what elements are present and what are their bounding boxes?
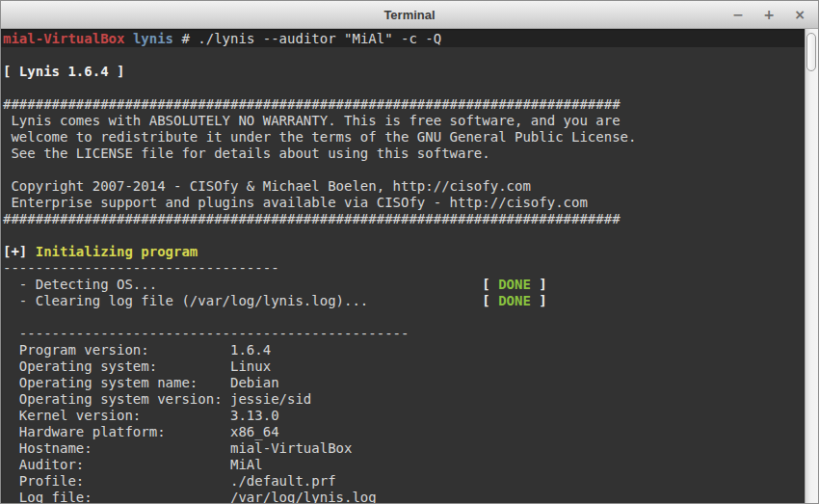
terminal-line — [3, 80, 805, 96]
text-segment: Log file: /var/log/lynis.log — [3, 490, 377, 503]
text-segment: ] — [531, 277, 547, 292]
terminal-line: [ Lynis 1.6.4 ] — [3, 64, 805, 80]
text-segment: ] — [531, 293, 547, 308]
terminal-line: Hardware platform: x86_64 — [3, 424, 805, 440]
terminal-screen[interactable]: mial-VirtualBox lynis # ./lynis --audito… — [1, 29, 805, 503]
terminal-line: Operating system name: Debian — [3, 375, 805, 391]
window-controls: − + × — [727, 1, 810, 28]
text-segment: welcome to redistribute it under the ter… — [3, 129, 636, 145]
text-segment: Hostname: mial-VirtualBox — [3, 440, 352, 456]
terminal-line: Profile: ./default.prf — [3, 473, 805, 490]
text-segment: Operating system name: Debian — [3, 375, 279, 390]
text-segment: # ./lynis --auditor "MiAl" -c -Q — [173, 31, 441, 46]
maximize-button[interactable]: + — [758, 4, 779, 25]
text-segment: DONE — [498, 293, 531, 308]
text-segment — [124, 31, 132, 46]
terminal-line: Operating system: Linux — [3, 358, 805, 375]
text-segment: Copyright 2007-2014 - CISOfy & Michael B… — [3, 178, 531, 194]
text-segment: [ — [482, 277, 498, 292]
text-segment: ########################################… — [3, 96, 621, 112]
terminal-window: Terminal − + × mial-VirtualBox lynis # .… — [0, 0, 819, 504]
scrollbar[interactable] — [805, 29, 818, 503]
text-segment: lynis — [133, 31, 173, 46]
text-segment: Hardware platform: x86_64 — [3, 424, 279, 439]
text-segment: ########################################… — [3, 211, 621, 226]
window-title: Terminal — [383, 8, 435, 22]
text-segment: Kernel version: 3.13.0 — [3, 408, 279, 423]
text-segment — [368, 293, 482, 308]
terminal-output: mial-VirtualBox lynis # ./lynis --audito… — [1, 29, 805, 503]
terminal-line: ----------------------------------------… — [3, 326, 805, 342]
terminal-line: ---------------------------------- — [3, 260, 805, 277]
titlebar[interactable]: Terminal − + × — [1, 1, 818, 29]
text-segment: Program version: 1.6.4 — [3, 342, 271, 358]
terminal-line — [3, 227, 805, 244]
terminal-line — [3, 162, 805, 178]
text-segment: Auditor: MiAl — [3, 457, 263, 472]
terminal-line: ########################################… — [3, 96, 805, 113]
close-button[interactable]: × — [789, 4, 810, 25]
text-segment: mial-VirtualBox — [3, 31, 124, 46]
text-segment: Profile: ./default.prf — [3, 473, 336, 489]
text-segment: [ — [482, 293, 498, 308]
terminal-line: Program version: 1.6.4 — [3, 342, 805, 358]
terminal-line: Kernel version: 3.13.0 — [3, 408, 805, 424]
terminal-line: See the LICENSE file for details about u… — [3, 146, 805, 162]
terminal-line: [+] Initializing program — [3, 244, 805, 260]
text-segment: - Detecting OS... — [3, 277, 157, 292]
terminal-line: Operating system version: jessie/sid — [3, 391, 805, 408]
terminal-line: Lynis comes with ABSOLUTELY NO WARRANTY.… — [3, 113, 805, 129]
terminal-line — [3, 309, 805, 326]
terminal-line: Hostname: mial-VirtualBox — [3, 440, 805, 457]
terminal-line: Auditor: MiAl — [3, 457, 805, 473]
text-segment: ----------------------------------------… — [3, 326, 409, 341]
terminal-line: mial-VirtualBox lynis # ./lynis --audito… — [1, 31, 805, 47]
text-segment: Operating system: Linux — [3, 358, 271, 374]
text-segment: [+] — [3, 244, 36, 259]
text-segment: Lynis comes with ABSOLUTELY NO WARRANTY.… — [3, 113, 621, 128]
terminal-line — [3, 47, 805, 64]
terminal-line: - Detecting OS... [ DONE ] — [3, 277, 805, 293]
terminal-line: Log file: /var/log/lynis.log — [3, 490, 805, 503]
scrollbar-thumb[interactable] — [806, 33, 816, 71]
terminal-line: ########################################… — [3, 211, 805, 227]
text-segment: Initializing program — [36, 244, 198, 259]
text-segment: See the LICENSE file for details about u… — [3, 146, 490, 161]
terminal-line: Enterprise support and plugins available… — [3, 195, 805, 211]
terminal-line: Copyright 2007-2014 - CISOfy & Michael B… — [3, 178, 805, 195]
text-segment: DONE — [498, 277, 531, 292]
text-segment: ---------------------------------- — [3, 260, 279, 276]
text-segment — [157, 277, 482, 292]
minimize-button[interactable]: − — [727, 4, 749, 25]
text-segment: [ Lynis 1.6.4 ] — [3, 64, 124, 79]
text-segment: - Clearing log file (/var/log/lynis.log)… — [3, 293, 368, 308]
terminal-line: welcome to redistribute it under the ter… — [3, 129, 805, 146]
text-segment: Enterprise support and plugins available… — [3, 195, 588, 210]
text-segment: Operating system version: jessie/sid — [3, 391, 311, 407]
terminal-line: - Clearing log file (/var/log/lynis.log)… — [3, 293, 805, 309]
